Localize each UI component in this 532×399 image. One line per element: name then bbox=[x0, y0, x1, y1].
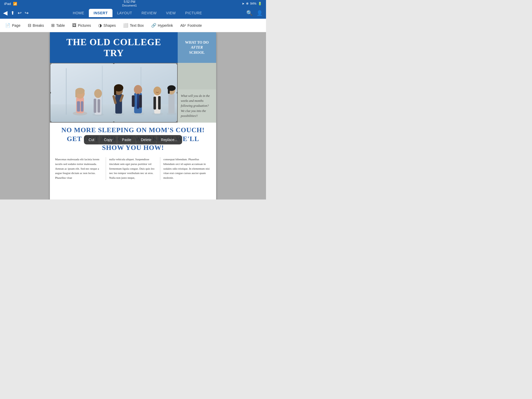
status-left: iPad 📶 bbox=[4, 2, 17, 6]
header-main: THE OLD COLLEGE TRY bbox=[50, 32, 178, 63]
nav-bar: ◀ ⬆ ↩ ↪ HOME INSERT LAYOUT REVIEW VIEW P… bbox=[0, 7, 266, 19]
status-right: ➤ ✻ 94% 🔋 bbox=[242, 2, 262, 5]
wifi-icon: 📶 bbox=[13, 2, 17, 6]
toolbar-hyperlink[interactable]: 🔗 Hyperlink bbox=[151, 23, 173, 28]
document-image[interactable] bbox=[50, 63, 178, 123]
doc-header: THE OLD COLLEGE TRY WHAT TO DO AFTERSCHO… bbox=[50, 32, 216, 63]
nav-right: 🔍 👤 bbox=[246, 10, 263, 16]
toolbar-pictures[interactable]: 🖼 Pictures bbox=[72, 23, 91, 28]
svg-point-32 bbox=[154, 87, 161, 95]
body-column-3: consequat bibendum. Phasellus bibendum o… bbox=[161, 157, 211, 180]
svg-rect-2 bbox=[66, 68, 67, 115]
replace-button[interactable]: Replace... bbox=[156, 135, 182, 144]
pictures-label: Pictures bbox=[78, 23, 91, 28]
svg-rect-34 bbox=[158, 96, 161, 110]
header-title: THE OLD COLLEGE TRY bbox=[55, 37, 172, 58]
toolbar-table[interactable]: ⊞ Table bbox=[51, 23, 65, 28]
paste-button[interactable]: Paste bbox=[117, 135, 136, 144]
svg-rect-9 bbox=[81, 101, 83, 112]
undo-button[interactable]: ↩ bbox=[18, 10, 22, 16]
nav-left: ◀ ⬆ ↩ ↪ bbox=[3, 10, 29, 16]
breaks-label: Breaks bbox=[33, 23, 44, 28]
body-column-1: Maecenas malesuada elit lacinia lorem ia… bbox=[55, 157, 105, 180]
toolbar: 📄 Page ⊟ Breaks ⊞ Table 🖼 Pictures ◑ Sha… bbox=[0, 19, 266, 32]
cut-button[interactable]: Cut bbox=[84, 135, 99, 144]
handle-bottom-right[interactable] bbox=[176, 121, 178, 123]
table-icon: ⊞ bbox=[51, 23, 55, 28]
handle-top-right[interactable] bbox=[176, 63, 178, 64]
column-divider-2 bbox=[160, 157, 160, 180]
share-button[interactable]: ⬆ bbox=[11, 10, 15, 16]
search-icon[interactable]: 🔍 bbox=[246, 10, 253, 16]
svg-rect-36 bbox=[168, 94, 175, 114]
body-column-2: nulla vehicula aliquet. Suspendisse tinc… bbox=[107, 157, 159, 180]
svg-rect-28 bbox=[139, 95, 142, 108]
status-center: 5:52 PM Document1 bbox=[122, 0, 137, 7]
shapes-icon: ◑ bbox=[98, 23, 102, 28]
svg-rect-39 bbox=[168, 88, 170, 94]
textbox-label: Text Box bbox=[130, 23, 144, 28]
battery-icon: 🔋 bbox=[258, 2, 262, 5]
svg-rect-27 bbox=[132, 95, 135, 107]
body-columns: Maecenas malesuada elit lacinia lorem ia… bbox=[50, 154, 216, 183]
handle-mid-right[interactable] bbox=[177, 92, 178, 94]
tab-picture[interactable]: PICTURE bbox=[181, 9, 207, 17]
delete-button[interactable]: Delete bbox=[136, 135, 156, 144]
svg-rect-8 bbox=[77, 101, 80, 112]
header-side-text: WHAT TO DO AFTERSCHOOL bbox=[181, 40, 213, 55]
side-panel-body: What will you do in the weeks and months… bbox=[178, 89, 216, 123]
toolbar-breaks[interactable]: ⊟ Breaks bbox=[28, 23, 44, 28]
header-side: WHAT TO DO AFTERSCHOOL bbox=[178, 32, 216, 63]
tab-layout[interactable]: LAYOUT bbox=[112, 9, 137, 17]
footnote-icon: Ab¹ bbox=[180, 23, 186, 28]
bluetooth-icon: ✻ bbox=[246, 2, 249, 5]
context-menu: Cut Copy Paste Delete Replace... bbox=[84, 135, 182, 144]
copy-button[interactable]: Copy bbox=[99, 135, 117, 144]
pictures-icon: 🖼 bbox=[72, 23, 76, 28]
doc-name: Document1 bbox=[122, 4, 137, 7]
side-panel: What will you do in the weeks and months… bbox=[178, 63, 216, 123]
tab-review[interactable]: REVIEW bbox=[137, 9, 161, 17]
handle-bottom-left[interactable] bbox=[50, 121, 51, 123]
svg-rect-15 bbox=[94, 99, 96, 113]
hyperlink-label: Hyperlink bbox=[158, 23, 173, 28]
toolbar-footnote[interactable]: Ab¹ Footnote bbox=[180, 23, 202, 28]
table-label: Table bbox=[56, 23, 65, 28]
document: THE OLD COLLEGE TRY WHAT TO DO AFTERSCHO… bbox=[50, 32, 216, 200]
shapes-label: Shapes bbox=[103, 23, 116, 28]
ipad-label: iPad bbox=[4, 2, 11, 6]
document-area: THE OLD COLLEGE TRY WHAT TO DO AFTERSCHO… bbox=[0, 32, 266, 200]
image-placeholder bbox=[50, 63, 177, 122]
svg-rect-3 bbox=[102, 66, 103, 115]
svg-rect-16 bbox=[98, 99, 100, 113]
tab-insert[interactable]: INSERT bbox=[89, 9, 112, 17]
tab-view[interactable]: VIEW bbox=[161, 9, 181, 17]
handle-bottom-center[interactable] bbox=[113, 122, 115, 123]
toolbar-shapes[interactable]: ◑ Shapes bbox=[98, 23, 116, 28]
status-bar: iPad 📶 5:52 PM Document1 ➤ ✻ 94% 🔋 bbox=[0, 0, 266, 7]
column-divider-1 bbox=[106, 157, 106, 180]
page-label: Page bbox=[12, 23, 21, 28]
back-button[interactable]: ◀ bbox=[3, 10, 8, 16]
svg-rect-11 bbox=[75, 91, 77, 97]
svg-rect-21 bbox=[114, 88, 116, 95]
svg-point-26 bbox=[134, 85, 142, 94]
breaks-icon: ⊟ bbox=[28, 23, 31, 28]
footnote-label: Footnote bbox=[188, 23, 202, 28]
hyperlink-icon: 🔗 bbox=[151, 23, 156, 28]
toolbar-textbox[interactable]: ⬜ Text Box bbox=[123, 23, 144, 28]
redo-button[interactable]: ↪ bbox=[25, 10, 29, 16]
location-icon: ➤ bbox=[242, 2, 244, 5]
battery-percent: 94% bbox=[250, 2, 256, 5]
tab-home[interactable]: HOME bbox=[68, 9, 89, 17]
time-display: 5:52 PM bbox=[124, 0, 135, 4]
handle-top-center[interactable] bbox=[113, 63, 115, 64]
page-icon: 📄 bbox=[5, 23, 10, 28]
svg-point-14 bbox=[94, 89, 102, 98]
image-section: What will you do in the weeks and months… bbox=[50, 63, 216, 123]
svg-rect-33 bbox=[154, 97, 156, 110]
account-icon[interactable]: 👤 bbox=[256, 10, 263, 16]
toolbar-page[interactable]: 📄 Page bbox=[5, 23, 21, 28]
textbox-icon: ⬜ bbox=[123, 23, 128, 28]
handle-mid-left[interactable] bbox=[50, 92, 51, 94]
